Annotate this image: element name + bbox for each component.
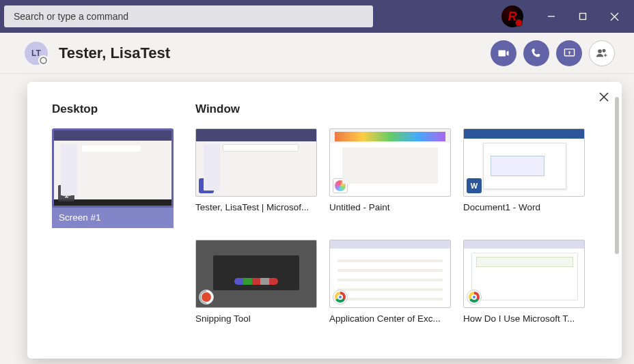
window-thumbnail [463, 240, 585, 308]
command-search-input[interactable]: Search or type a command [4, 5, 373, 27]
close-icon [610, 12, 619, 21]
window-label: Tester, LisaTest | Microsof... [195, 202, 317, 212]
window-minimize-button[interactable] [536, 0, 567, 33]
audio-call-button[interactable] [523, 40, 549, 66]
window-maximize-button[interactable] [567, 0, 598, 33]
window-share-option[interactable]: Application Center of Exc... [329, 240, 451, 324]
chrome-icon [333, 290, 348, 305]
window-grid: T Tester, LisaTest | Microsof... Untitle… [195, 128, 597, 339]
org-avatar[interactable]: R [501, 5, 523, 27]
svg-point-5 [598, 49, 602, 53]
add-people-button[interactable] [589, 40, 615, 66]
maximize-icon [579, 12, 587, 20]
minimize-icon [547, 12, 555, 20]
video-call-button[interactable] [491, 40, 516, 66]
share-panel-close-button[interactable] [598, 92, 609, 105]
window-close-button[interactable] [598, 0, 630, 33]
window-thumbnail [195, 240, 317, 308]
teams-icon: T [199, 178, 214, 193]
titlebar-right-controls: R [501, 0, 630, 33]
window-heading: Window [195, 102, 597, 116]
search-placeholder-text: Search or type a command [14, 11, 128, 22]
chat-header: LT Tester, LisaTest [0, 33, 634, 74]
window-label: Untitled - Paint [329, 202, 451, 212]
window-label: Application Center of Exc... [329, 313, 451, 324]
window-thumbnail: T [195, 128, 317, 197]
window-share-option[interactable]: Snipping Tool [195, 240, 317, 324]
word-icon: W [467, 178, 482, 193]
window-thumbnail [329, 128, 451, 197]
window-label: Document1 - Word [463, 202, 585, 212]
window-thumbnail: W [463, 128, 585, 197]
window-thumbnail [329, 240, 451, 308]
contact-name: Tester, LisaTest [59, 44, 170, 62]
svg-rect-11 [62, 190, 70, 195]
chrome-icon [467, 290, 482, 305]
desktop-heading: Desktop [52, 102, 182, 116]
monitor-icon [58, 185, 74, 201]
share-screen-icon [564, 47, 575, 59]
desktop-thumbnail [52, 128, 174, 208]
window-share-option[interactable]: Untitled - Paint [329, 128, 451, 212]
desktop-section: Desktop Screen #1 [52, 102, 182, 352]
org-avatar-initial: R [508, 10, 517, 24]
svg-rect-1 [580, 14, 586, 20]
chat-header-actions [491, 40, 615, 66]
window-label: Snipping Tool [195, 313, 317, 324]
close-icon [598, 92, 609, 102]
desktop-share-option[interactable]: Screen #1 [52, 128, 174, 228]
desktop-label: Screen #1 [52, 206, 174, 228]
app-title-bar: Search or type a command R [0, 0, 634, 33]
window-share-option[interactable]: W Document1 - Word [463, 128, 585, 212]
window-share-option[interactable]: How Do I Use Microsoft T... [463, 240, 585, 324]
scrollbar[interactable] [615, 97, 619, 254]
contact-avatar-initials: LT [31, 48, 41, 58]
window-share-option[interactable]: T Tester, LisaTest | Microsof... [195, 128, 317, 212]
window-label: How Do I Use Microsoft T... [463, 313, 585, 324]
share-content-panel: Desktop Screen #1 Window T Tester, LisaT… [27, 82, 622, 359]
svg-point-6 [603, 49, 605, 52]
phone-icon [531, 48, 542, 59]
share-screen-button[interactable] [556, 40, 582, 66]
paint-icon [333, 178, 348, 193]
contact-avatar[interactable]: LT [25, 42, 48, 65]
snipping-tool-icon [199, 290, 214, 305]
add-people-icon [596, 47, 608, 59]
video-icon [497, 47, 510, 59]
window-section: Window T Tester, LisaTest | Microsof... … [195, 102, 597, 352]
